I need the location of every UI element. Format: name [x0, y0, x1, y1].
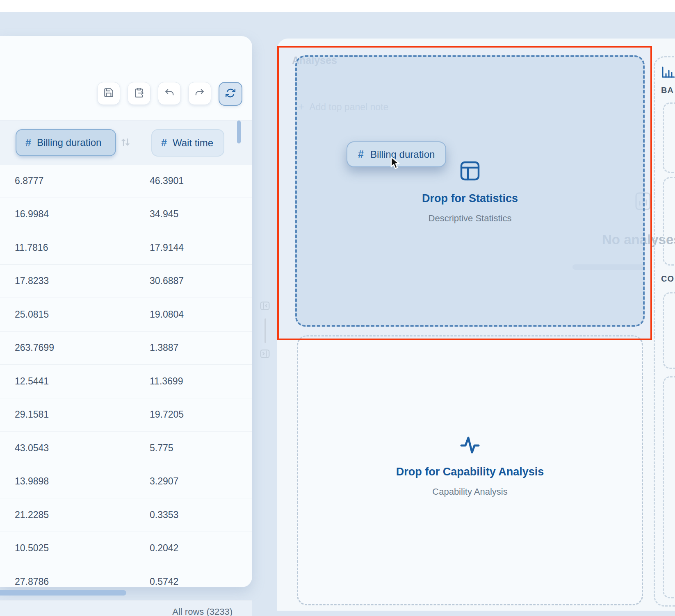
cell-wait-time: 0.3353 [150, 509, 252, 521]
table-row[interactable]: 17.8233 30.6887 [0, 265, 252, 298]
horizontal-scrollbar[interactable] [0, 590, 126, 596]
palette-analysis-slot[interactable] [663, 376, 675, 598]
undo-button[interactable] [158, 82, 181, 105]
cell-billing-duration: 25.0815 [0, 309, 150, 320]
redo-icon [194, 87, 205, 100]
palette-analysis-slot[interactable] [663, 102, 675, 173]
clipboard-export-icon [134, 87, 144, 100]
cell-billing-duration: 17.8233 [0, 275, 150, 286]
palette-section-ba: BA [661, 86, 674, 95]
table-row[interactable]: 43.0543 5.775 [0, 432, 252, 465]
table-status-bar: All rows (3233) [0, 600, 252, 616]
palette-section-co: CO [661, 274, 674, 284]
number-hash-icon: # [161, 137, 167, 149]
table-body: 6.8777 46.3901 16.9984 34.945 11.7816 17… [0, 164, 252, 590]
cell-wait-time: 46.3901 [150, 175, 252, 186]
cell-wait-time: 0.5742 [150, 576, 252, 587]
refresh-icon [225, 88, 236, 100]
row-count-status: All rows (3233) [172, 600, 233, 616]
cell-billing-duration: 6.8777 [0, 175, 150, 186]
table-row[interactable]: 263.7699 1.3887 [0, 332, 252, 365]
panel-expand-right-icon [260, 348, 270, 361]
number-hash-icon: # [25, 137, 31, 149]
panel-collapse-left-icon [260, 300, 270, 313]
palette-analysis-slot[interactable] [663, 177, 675, 266]
statistics-drop-zone[interactable] [295, 55, 645, 327]
panel-resize-handle[interactable] [265, 318, 266, 343]
cell-wait-time: 5.775 [150, 443, 252, 454]
cell-billing-duration: 12.5441 [0, 376, 150, 387]
table-row[interactable]: 27.8786 0.5742 [0, 565, 252, 590]
table-row[interactable]: 10.5025 0.2042 [0, 532, 252, 566]
save-button[interactable] [97, 82, 120, 105]
cell-billing-duration: 11.7816 [0, 242, 150, 253]
sort-arrows-icon[interactable] [121, 137, 130, 149]
table-row[interactable]: 13.9898 3.2907 [0, 465, 252, 499]
cell-billing-duration: 29.1581 [0, 409, 150, 420]
data-table-panel: # Billing duration # Wait time 6.8777 46… [0, 36, 252, 587]
table-row[interactable]: 29.1581 19.7205 [0, 398, 252, 432]
cell-billing-duration: 10.5025 [0, 543, 150, 554]
table-row[interactable]: 25.0815 19.0804 [0, 298, 252, 332]
column-label: Wait time [173, 137, 213, 149]
column-header-wait-time[interactable]: # Wait time [151, 129, 224, 157]
cell-wait-time: 19.7205 [150, 409, 252, 420]
table-row[interactable]: 6.8777 46.3901 [0, 164, 252, 198]
table-row[interactable]: 12.5441 11.3699 [0, 365, 252, 398]
column-header-billing-duration[interactable]: # Billing duration [16, 129, 116, 156]
table-row[interactable]: 16.9984 34.945 [0, 198, 252, 232]
redo-button[interactable] [188, 82, 211, 105]
cell-wait-time: 1.3887 [150, 342, 252, 353]
cell-wait-time: 0.2042 [150, 543, 252, 554]
cell-billing-duration: 13.9898 [0, 476, 150, 487]
cell-wait-time: 11.3699 [150, 376, 252, 387]
cell-billing-duration: 263.7699 [0, 342, 150, 353]
palette-analysis-slot[interactable] [663, 292, 675, 369]
cell-billing-duration: 27.8786 [0, 576, 150, 587]
histogram-icon [661, 66, 675, 82]
collapse-left-panel-button[interactable] [260, 301, 270, 312]
cell-wait-time: 17.9144 [150, 242, 252, 253]
cell-wait-time: 3.2907 [150, 476, 252, 487]
table-row[interactable]: 11.7816 17.9144 [0, 231, 252, 265]
export-button[interactable] [128, 82, 151, 105]
dragged-variable-chip[interactable]: # Billing duration [347, 141, 446, 167]
cell-billing-duration: 16.9984 [0, 209, 150, 220]
cell-wait-time: 30.6887 [150, 275, 252, 286]
expand-right-panel-button[interactable] [260, 349, 270, 360]
capability-drop-zone[interactable] [297, 335, 643, 605]
cell-billing-duration: 21.2285 [0, 509, 150, 521]
column-label: Billing duration [37, 137, 101, 148]
cell-wait-time: 19.0804 [150, 309, 252, 320]
vertical-scrollbar[interactable] [237, 120, 241, 143]
drag-chip-label: Billing duration [370, 149, 435, 160]
app-window: # Billing duration # Wait time 6.8777 46… [0, 0, 675, 616]
top-strip [0, 0, 675, 12]
undo-icon [164, 87, 175, 100]
refresh-button[interactable] [219, 82, 242, 106]
cell-billing-duration: 43.0543 [0, 443, 150, 454]
table-row[interactable]: 21.2285 0.3353 [0, 498, 252, 532]
cell-wait-time: 34.945 [150, 209, 252, 220]
number-hash-icon: # [358, 148, 364, 160]
save-icon [103, 87, 114, 100]
